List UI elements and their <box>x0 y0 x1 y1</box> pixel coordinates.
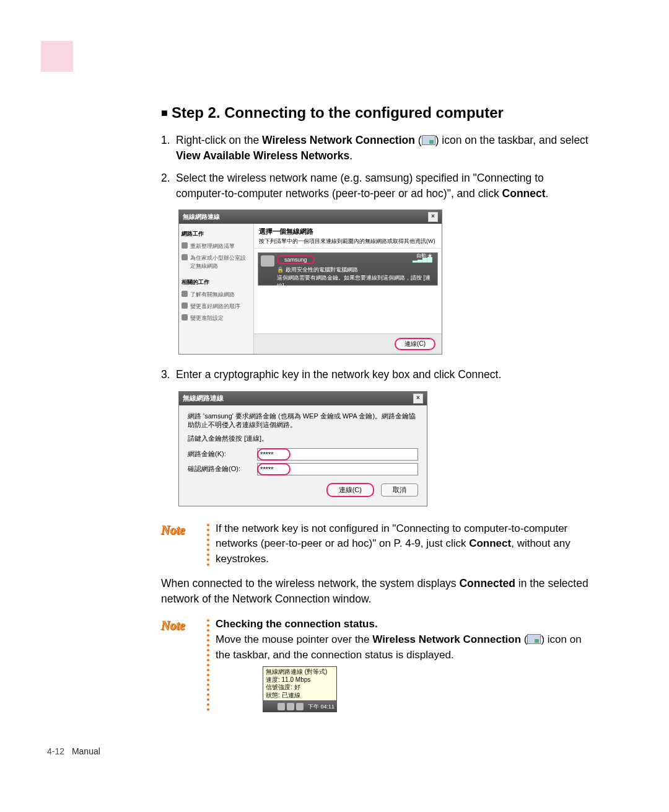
panel-subtext: 按下列清單中的一個項目來連線到範圍內的無線網路或取得其他資訊(W) <box>254 237 442 249</box>
network-security-line: 🔒 啟用安全性的電腦對電腦網路 <box>277 266 434 274</box>
step-3: 3. Enter a cryptographic key in the netw… <box>161 367 595 382</box>
network-hint-line: 這個網路需要有網路金鑰。如果您要連線到這個網路，請按 [連線]。 <box>277 274 434 290</box>
dialog-titlebar: 無線網路連線 × <box>179 210 442 224</box>
network-key-dialog: 無線網路連線 × 網路 'samsung' 要求網路金鑰 (也稱為 WEP 金鑰… <box>178 391 427 506</box>
signal-bars-icon: ▂▃▅▆ <box>413 255 432 262</box>
connected-paragraph: When connected to the wireless network, … <box>161 576 595 607</box>
step-1-text: Right-click on the Wireless Network Conn… <box>176 133 595 164</box>
step-1: 1. Right-click on the Wireless Network C… <box>161 133 595 164</box>
note-label: Note <box>161 521 204 567</box>
tooltip-line: 狀態: 已連線 <box>266 692 334 700</box>
dialog-message: 網路 'samsung' 要求網路金鑰 (也稱為 WEP 金鑰或 WPA 金鑰)… <box>188 412 418 430</box>
connect-button[interactable]: 連線(C) <box>395 338 435 350</box>
connect-button[interactable]: 連線(C) <box>326 483 374 497</box>
network-row[interactable]: 自動 ★ samsung ▂▃▅▆ 🔒 啟用安全性的電腦對電腦網路 這個網路需要… <box>258 252 438 286</box>
note-dots <box>204 521 216 567</box>
wireless-connection-icon <box>527 634 541 644</box>
system-tray: 下午 04:11 <box>263 701 337 712</box>
panel-heading: 選擇一個無線網路 <box>254 224 442 237</box>
sidebar-item[interactable]: 變更進階設定 <box>181 312 251 324</box>
wireless-connection-icon <box>422 135 435 145</box>
tooltip-line: 速度: 11.0 Mbps <box>266 676 334 684</box>
wireless-list-screenshot: 無線網路連線 × 網路工作 重新整理網路清單 為住家或小型辦公室設定無線網路 相… <box>178 210 442 355</box>
taskbar-tooltip-screenshot: 無線網路連線 (對等式) 速度: 11.0 Mbps 信號強度: 好 狀態: 已… <box>263 666 337 712</box>
dialog-footer: 連線(C) <box>254 333 442 354</box>
close-icon[interactable]: × <box>428 212 438 222</box>
step-1-number: 1. <box>161 133 176 164</box>
note-2-heading: Checking the connection status. <box>216 618 378 630</box>
wireless-tray-icon[interactable] <box>278 703 285 710</box>
dialog-title: 無線網路連線 <box>183 394 224 403</box>
network-list-panel: 選擇一個無線網路 按下列清單中的一個項目來連線到範圍內的無線網路或取得其他資訊(… <box>254 224 442 354</box>
close-icon[interactable]: × <box>413 394 423 404</box>
tooltip-line: 無線網路連線 (對等式) <box>266 668 334 676</box>
page-number: 4-12 <box>47 746 64 756</box>
step-3-number: 3. <box>161 367 176 382</box>
step-2: 2. Select the wireless network name (e.g… <box>161 170 595 202</box>
note-2-text: Checking the connection status. Move the… <box>216 617 595 712</box>
step-2-text: Select the wireless network name (e.g. s… <box>176 170 595 202</box>
note-block-1: Note If the network key is not configure… <box>161 521 595 567</box>
confirm-key-label: 確認網路金鑰(O): <box>188 464 257 474</box>
margin-accent <box>41 41 73 72</box>
step-heading: ■Step 2. Connecting to the configured co… <box>161 104 595 121</box>
network-name-highlight: samsung <box>277 255 315 264</box>
step-3-text: Enter a cryptographic key in the network… <box>176 367 595 382</box>
key-label: 網路金鑰(K): <box>188 449 257 459</box>
tooltip-line: 信號強度: 好 <box>266 684 334 692</box>
tray-clock: 下午 04:11 <box>308 703 334 711</box>
sidebar-item[interactable]: 重新整理網路清單 <box>181 241 251 252</box>
note-label: Note <box>161 617 204 712</box>
main-content: ■Step 2. Connecting to the configured co… <box>161 104 595 721</box>
sidebar-item[interactable]: 變更喜好網路的順序 <box>181 301 251 312</box>
dialog-title: 無線網路連線 <box>183 213 220 221</box>
key-row: 網路金鑰(K): <box>188 448 418 461</box>
note-dots <box>204 617 216 712</box>
sidebar-header-2: 相關的工作 <box>181 278 251 286</box>
note-block-2: Note Checking the connection status. Mov… <box>161 617 595 712</box>
note-1-text: If the network key is not configured in … <box>216 521 595 567</box>
tooltip-box: 無線網路連線 (對等式) 速度: 11.0 Mbps 信號強度: 好 狀態: 已… <box>263 666 337 701</box>
highlight-oval <box>257 463 291 475</box>
dialog-buttons: 連線(C) 取消 <box>188 483 418 497</box>
sidebar-item[interactable]: 為住家或小型辦公室設定無線網路 <box>181 252 251 272</box>
sidebar-item[interactable]: 了解有關無線網路 <box>181 289 251 301</box>
confirm-key-row: 確認網路金鑰(O): <box>188 463 418 475</box>
heading-text: Step 2. Connecting to the configured com… <box>172 104 504 121</box>
footer-label: Manual <box>72 746 100 756</box>
tray-icon[interactable] <box>287 703 294 710</box>
tray-icon[interactable] <box>296 703 304 710</box>
sidebar-header-1: 網路工作 <box>181 230 251 238</box>
cancel-button[interactable]: 取消 <box>381 483 418 496</box>
bullet-square: ■ <box>161 107 168 119</box>
dialog-titlebar: 無線網路連線 × <box>179 392 427 405</box>
step-2-number: 2. <box>161 170 176 202</box>
highlight-oval <box>257 448 291 461</box>
dialog-instruction: 請鍵入金鑰然後按 [連線]。 <box>188 434 418 443</box>
sidebar: 網路工作 重新整理網路清單 為住家或小型辦公室設定無線網路 相關的工作 了解有關… <box>179 224 254 354</box>
page-footer: 4-12 Manual <box>47 746 100 756</box>
